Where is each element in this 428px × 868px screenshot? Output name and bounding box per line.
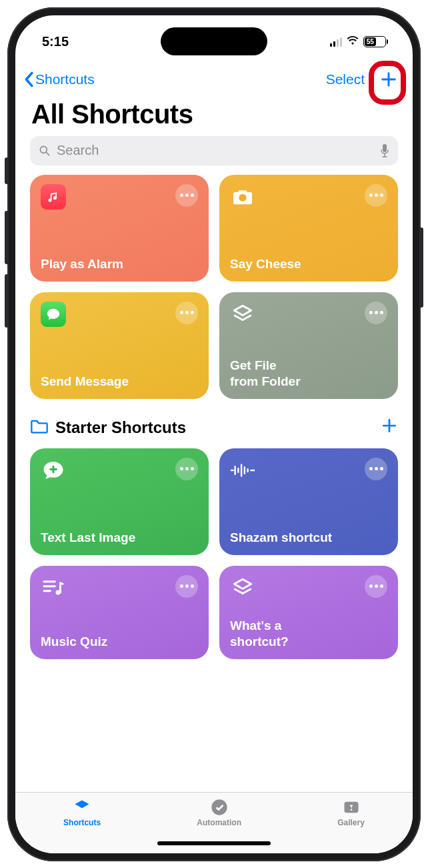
search-wrap: Search [15,136,413,175]
card-more-button[interactable] [175,302,198,324]
card-more-button[interactable] [175,575,198,598]
shortcut-card-send-message[interactable]: Send Message [30,292,209,399]
shortcut-card-shazam[interactable]: Shazam shortcut [219,448,398,555]
status-time: 5:15 [42,34,69,49]
tab-shortcuts[interactable]: Shortcuts [63,798,101,827]
shortcut-card-whats-a-shortcut[interactable]: What's a shortcut? [219,566,398,659]
tab-automation[interactable]: Automation [197,798,241,827]
home-indicator[interactable] [157,841,271,845]
svg-point-2 [239,193,246,201]
svg-point-4 [211,799,227,815]
shortcut-card-text-last-image[interactable]: Text Last Image [30,448,209,555]
page-title: All Shortcuts [31,99,397,129]
card-label: Play as Alarm [41,256,198,272]
card-label: Get File from Folder [230,358,387,390]
svg-rect-1 [383,144,387,152]
svg-point-0 [40,146,47,153]
chevron-left-icon [23,71,34,87]
side-button [5,157,9,184]
wifi-icon [346,33,359,50]
search-input[interactable]: Search [30,136,398,165]
card-label: Send Message [41,374,198,390]
nav-bar: Shortcuts Select [15,62,413,95]
cellular-icon [330,37,342,47]
card-label: Say Cheese [230,256,387,272]
shortcut-card-play-as-alarm[interactable]: Play as Alarm [30,175,209,282]
section-add-button[interactable] [381,416,398,439]
volume-down-button [5,274,9,328]
plus-icon [381,417,398,434]
back-button[interactable]: Shortcuts [23,71,95,87]
card-label: Text Last Image [41,530,198,546]
layers-icon [230,575,255,600]
title-row: All Shortcuts [15,95,413,136]
back-label: Shortcuts [35,71,95,87]
power-button [419,228,423,308]
speech-plus-icon [41,458,66,483]
waveform-icon [230,458,255,483]
shortcut-card-get-file[interactable]: Get File from Folder [219,292,398,399]
gallery-tab-icon [341,798,361,817]
card-more-button[interactable] [365,302,387,324]
card-more-button[interactable] [175,184,198,207]
status-right: 55 [330,33,386,50]
screen: 5:15 55 Shortcuts Select [15,15,413,853]
card-label: Music Quiz [41,634,198,650]
card-more-button[interactable] [365,575,387,598]
starter-grid: Text Last Image Shazam shortcut [30,448,398,555]
card-label: What's a shortcut? [230,618,387,650]
starter-grid-row2: Music Quiz What's a shortcut? [30,566,398,659]
section-header: Starter Shortcuts [30,416,398,439]
select-button[interactable]: Select [326,71,365,87]
music-list-icon [41,575,66,600]
shortcut-card-music-quiz[interactable]: Music Quiz [30,566,209,659]
folder-icon [30,418,49,437]
card-more-button[interactable] [175,458,198,480]
music-app-icon [41,184,66,209]
shortcuts-tab-icon [72,798,92,817]
battery-level: 55 [365,37,376,46]
tab-label: Shortcuts [63,818,101,827]
card-more-button[interactable] [365,458,387,480]
tab-label: Gallery [337,818,365,827]
content-area: Play as Alarm Say Cheese [15,175,413,792]
mic-icon[interactable] [379,143,390,158]
shortcut-card-say-cheese[interactable]: Say Cheese [219,175,398,282]
card-more-button[interactable] [365,184,387,207]
card-label: Shazam shortcut [230,530,387,546]
search-icon [38,144,51,157]
layers-icon [230,302,255,327]
tab-gallery[interactable]: Gallery [337,798,365,827]
search-placeholder: Search [57,143,374,158]
volume-up-button [5,211,9,264]
dynamic-island [161,27,267,55]
camera-icon [230,184,255,209]
messages-app-icon [41,302,66,327]
shortcuts-grid: Play as Alarm Say Cheese [30,175,398,399]
section-title: Starter Shortcuts [55,418,186,437]
battery-icon: 55 [363,36,386,47]
automation-tab-icon [209,798,229,817]
add-shortcut-button[interactable] [377,67,401,91]
tab-label: Automation [197,818,241,827]
plus-icon [379,70,398,89]
phone-frame: 5:15 55 Shortcuts Select [7,7,421,861]
